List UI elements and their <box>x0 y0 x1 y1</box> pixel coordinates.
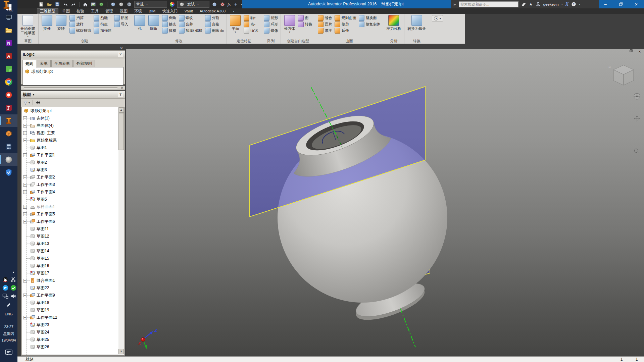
draft-button[interactable]: 拔模 <box>161 28 177 34</box>
volume-icon[interactable] <box>9 293 17 300</box>
rib-button[interactable]: 加强筋 <box>93 28 112 34</box>
decal-button[interactable]: 贴图 <box>113 15 129 21</box>
green-check-icon[interactable] <box>9 284 17 292</box>
shaded-view-icon[interactable] <box>126 1 132 7</box>
username[interactable]: geekevin <box>543 2 559 6</box>
tree-item[interactable]: 球形灯笼.ipt <box>22 107 124 114</box>
tree-item[interactable]: 草图2 <box>22 159 124 166</box>
expand-plus-icon[interactable]: + <box>23 139 27 142</box>
split-button[interactable]: 分割 <box>204 15 225 21</box>
ilogic-tab-rules[interactable]: 规则 <box>22 60 36 67</box>
chrome-icon[interactable] <box>0 75 17 88</box>
fillet-button[interactable]: 圆角 <box>147 15 160 31</box>
expand-plus-icon[interactable]: + <box>23 131 27 135</box>
minimize-button[interactable]: – <box>598 0 613 8</box>
orange-cube-app-icon[interactable] <box>0 127 17 140</box>
mirror-button[interactable]: 镜像 <box>263 28 279 34</box>
extrude-button[interactable]: 拉伸 <box>40 15 54 31</box>
red-ring-app-icon[interactable] <box>0 89 17 101</box>
file-explorer-icon[interactable] <box>0 24 17 37</box>
ucs-button[interactable]: UCS <box>243 28 259 34</box>
work-plane-button[interactable]: 平面▾ <box>229 15 242 34</box>
new-file-icon[interactable] <box>38 1 44 7</box>
extend-button[interactable]: 延伸 <box>334 28 357 34</box>
tree-item[interactable]: +工作平面4 <box>22 188 124 196</box>
document-minimize-button[interactable]: – <box>622 49 627 54</box>
pan-icon[interactable] <box>634 116 640 121</box>
ribbon-tab-sketch[interactable]: 草图 <box>59 8 73 14</box>
patch-button[interactable]: 面片 <box>317 21 333 28</box>
user-menu-caret-icon[interactable]: ▾ <box>561 3 563 6</box>
expand-plus-icon[interactable]: + <box>23 116 27 120</box>
chamfer-button[interactable]: 倒角 <box>161 15 177 21</box>
tree-item[interactable]: +工作平面12 <box>22 314 124 321</box>
browser-search-button[interactable] <box>36 100 41 105</box>
help-icon[interactable]: ? <box>571 2 576 7</box>
expand-plus-icon[interactable]: + <box>23 316 27 319</box>
tree-item[interactable]: 草图1 <box>22 144 124 151</box>
tree-item[interactable]: +工作平面2 <box>22 173 124 181</box>
help-menu-caret-icon[interactable]: ▾ <box>579 3 580 6</box>
material-icon[interactable] <box>98 1 104 7</box>
ribbon-tab-view[interactable]: 视图 <box>117 8 131 14</box>
ribbon-tab-3d-model[interactable]: 三维模型 <box>37 8 58 14</box>
tree-item[interactable]: 草图13 <box>22 240 124 247</box>
loft-button[interactable]: 放样 <box>69 21 92 28</box>
freeform-face-button[interactable]: 面 <box>297 15 313 21</box>
expand-plus-icon[interactable]: + <box>23 175 27 179</box>
tree-item[interactable]: 草图24 <box>22 328 124 336</box>
ribbon-tab-manage[interactable]: 管理 <box>102 8 116 14</box>
home-icon[interactable] <box>82 1 88 7</box>
screenshot-tool-icon[interactable] <box>9 276 17 283</box>
pen-icon[interactable] <box>5 301 13 309</box>
undo-icon[interactable] <box>62 1 68 7</box>
ilogic-tab-external-rules[interactable]: 外部规则 <box>73 60 95 67</box>
search-input[interactable] <box>459 1 518 7</box>
import-button[interactable]: 导入 <box>113 21 129 28</box>
inventor-document-icon[interactable] <box>0 153 17 166</box>
expand-plus-icon[interactable]: + <box>23 183 27 187</box>
splitter-close-icon[interactable]: ✕ <box>121 86 123 90</box>
inventor-logo[interactable]: PRO <box>2 0 18 14</box>
model-help-button[interactable]: ? <box>118 92 123 97</box>
input-language-indicator[interactable]: ENG <box>0 312 17 316</box>
sculpt-button[interactable]: 灌注 <box>317 28 333 34</box>
tree-item[interactable]: +工作平面9 <box>22 292 124 299</box>
tree-item[interactable]: +原始坐标系 <box>22 137 124 144</box>
derive-button[interactable]: 衍生 <box>93 21 112 28</box>
emboss-button[interactable]: 凸雕 <box>93 15 112 21</box>
convert-to-sheet-metal-button[interactable]: 转换为钣金 <box>406 15 427 31</box>
ilogic-tab-forms[interactable]: 表单 <box>37 60 51 67</box>
calculator-icon[interactable] <box>0 140 17 153</box>
scroll-down-icon[interactable]: ▼ <box>118 349 124 354</box>
tree-item[interactable]: 草图19 <box>22 306 124 314</box>
thicken-offset-button[interactable]: 加厚/ 偏移 <box>178 28 203 34</box>
appearance-ball-icon[interactable] <box>110 1 116 7</box>
navigation-wheel-icon[interactable] <box>634 93 640 99</box>
3d-viewport[interactable]: – × <box>126 49 644 356</box>
work-point-button[interactable]: 点 ▾ <box>243 21 259 28</box>
tree-item[interactable]: 草图5 <box>22 196 124 203</box>
expand-plus-icon[interactable]: + <box>23 124 27 127</box>
tree-item[interactable]: 草图17 <box>22 269 124 277</box>
favorites-star-icon[interactable]: ★ <box>529 2 533 7</box>
feedback-hub-icon[interactable] <box>5 349 13 356</box>
shield-icon[interactable] <box>0 166 17 179</box>
ribbon-collapse-button[interactable]: ▼▾ <box>432 15 443 21</box>
save-icon[interactable] <box>54 1 60 7</box>
redo-icon[interactable] <box>70 1 77 7</box>
tree-item[interactable]: 草图25 <box>22 336 124 343</box>
render-image-icon[interactable] <box>90 1 96 7</box>
adjust-ball-icon[interactable] <box>118 1 124 7</box>
ribbon-tab-vault[interactable]: Vault <box>181 8 196 14</box>
start-2d-sketch-button[interactable]: 开始创建二维草图▾ <box>19 15 37 38</box>
tree-item[interactable]: 草图14 <box>22 247 124 255</box>
tree-item[interactable]: +工作平面6 <box>22 218 124 225</box>
ribbon-tab-environments[interactable]: 环境 <box>131 8 145 14</box>
tree-item[interactable]: 草图26 <box>22 343 124 351</box>
shell-button[interactable]: 抽壳 <box>161 21 177 28</box>
dark-red-app-icon[interactable] <box>0 101 17 114</box>
appearance-clear-icon[interactable] <box>219 1 226 7</box>
tree-item[interactable]: +工作平面1 <box>22 151 124 159</box>
subscription-icon[interactable] <box>521 2 526 7</box>
